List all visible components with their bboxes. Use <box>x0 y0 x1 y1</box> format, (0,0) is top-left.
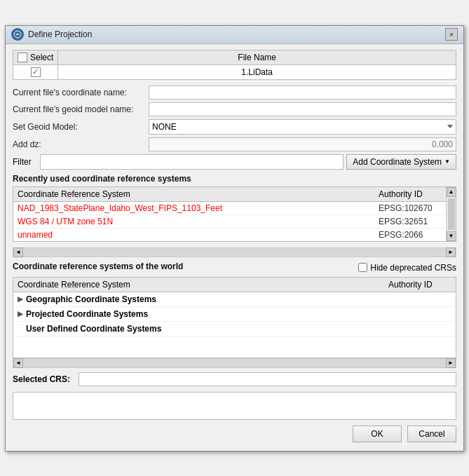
file-table: Select File Name ✓ 1.LiData <box>13 50 456 80</box>
selected-crs-label: Selected CRS: <box>13 374 76 384</box>
add-dz-input[interactable] <box>149 137 456 151</box>
geoid-model-select[interactable]: NONE <box>149 119 456 135</box>
geo-crs-item: ▶ Geographic Coordinate Systems <box>18 294 451 304</box>
crs-auth: EPSG:32651 <box>379 217 442 226</box>
geoid-name-row: Current file's geoid model name: <box>13 102 456 116</box>
geoid-model-label: Set Geoid Model: <box>13 122 146 132</box>
row-checkbox[interactable]: ✓ <box>31 67 41 77</box>
table-row: ✓ 1.LiData <box>13 64 456 79</box>
auth-col-header: Authority ID <box>379 189 442 199</box>
crs-auth: EPSG:2066 <box>379 230 442 240</box>
coord-name-row: Current file's coordinate name: <box>13 86 456 100</box>
list-item[interactable]: ▶ Geographic Coordinate Systems <box>13 292 456 307</box>
recently-list-header: Coordinate Reference System Authority ID <box>13 187 446 202</box>
row-filename: 1.LiData <box>58 64 456 79</box>
list-item[interactable]: ▶ Projected Coordinate Systems <box>13 307 456 322</box>
dialog-content: Select File Name ✓ 1.LiData <box>6 44 463 451</box>
scroll-down-button[interactable]: ▼ <box>447 231 456 241</box>
world-hscroll-right-button[interactable]: ► <box>446 358 456 368</box>
world-auth-col-header: Authority ID <box>388 280 451 290</box>
recently-used-header: Recently used coordinate reference syste… <box>13 174 456 184</box>
world-hscroll-track <box>23 359 446 367</box>
hscroll-left-button[interactable]: ◄ <box>13 247 23 257</box>
geoid-model-row: Set Geoid Model: NONE <box>13 119 456 135</box>
title-bar-left: Define Projection <box>11 28 92 41</box>
coord-name-input[interactable] <box>149 86 456 100</box>
world-crs-header-row: Coordinate reference systems of the worl… <box>13 261 456 274</box>
add-dz-label: Add dz: <box>13 140 146 149</box>
crs-name: NAD_1983_StatePlane_Idaho_West_FIPS_1103… <box>18 203 379 213</box>
user-crs-item: ▶ User Defined Coordinate Systems <box>18 324 451 334</box>
dropdown-arrow-icon: ▼ <box>444 158 450 165</box>
cancel-button[interactable]: Cancel <box>407 426 456 442</box>
filter-row: Filter Add Coordinate System ▼ <box>13 154 456 170</box>
crs-name: unnamed <box>18 230 379 240</box>
world-crs-col-header: Coordinate Reference System <box>18 280 388 290</box>
geoid-name-label: Current file's geoid model name: <box>13 104 146 114</box>
world-hscrollbar[interactable]: ◄ ► <box>13 358 456 368</box>
expand-arrow-icon[interactable]: ▶ <box>18 310 23 318</box>
recently-scrollbar: ▲ ▼ <box>446 187 456 241</box>
expand-arrow-icon[interactable]: ▶ <box>18 295 23 303</box>
col-filename-header: File Name <box>58 50 456 64</box>
row-checkbox-cell[interactable]: ✓ <box>13 64 58 79</box>
select-all-checkbox[interactable] <box>18 53 27 62</box>
coord-name-label: Current file's coordinate name: <box>13 88 146 97</box>
list-item[interactable]: unnamed EPSG:2066 <box>13 229 446 241</box>
hscroll-right-button[interactable]: ► <box>446 247 456 257</box>
recently-used-list: Coordinate Reference System Authority ID… <box>13 186 456 242</box>
world-crs-list: Coordinate Reference System Authority ID… <box>13 277 456 358</box>
filter-label: Filter <box>13 157 37 167</box>
app-icon <box>11 28 24 41</box>
empty-space <box>13 336 456 358</box>
col-select-header: Select <box>13 50 58 64</box>
selected-crs-row: Selected CRS: <box>13 372 456 386</box>
dialog-title: Define Projection <box>28 29 92 39</box>
scrollbar-thumb <box>448 198 455 230</box>
add-crs-button[interactable]: Add Coordinate System ▼ <box>346 154 456 170</box>
list-item[interactable]: NAD_1983_StatePlane_Idaho_West_FIPS_1103… <box>13 202 446 215</box>
recently-list-inner: Coordinate Reference System Authority ID… <box>13 187 456 241</box>
proj-crs-item: ▶ Projected Coordinate Systems <box>18 309 451 319</box>
title-bar: Define Projection × <box>6 26 463 44</box>
button-row: OK Cancel <box>13 426 456 445</box>
hide-deprecated-row: Hide deprecated CRSs <box>358 263 456 273</box>
crs-name: WGS 84 / UTM zone 51N <box>18 217 379 226</box>
world-crs-header: Coordinate reference systems of the worl… <box>13 261 183 271</box>
crs-auth: EPSG:102670 <box>379 203 442 213</box>
hide-deprecated-label: Hide deprecated CRSs <box>370 263 456 273</box>
crs-col-header: Coordinate Reference System <box>18 189 379 199</box>
hscroll-track <box>23 248 446 257</box>
world-hscroll-left-button[interactable]: ◄ <box>13 358 23 368</box>
selected-crs-input[interactable] <box>79 372 456 386</box>
add-dz-row: Add dz: <box>13 137 456 151</box>
ok-button[interactable]: OK <box>353 426 402 442</box>
filter-input[interactable] <box>40 154 344 170</box>
geoid-name-input[interactable] <box>149 102 456 116</box>
world-list-header: Coordinate Reference System Authority ID <box>13 278 456 292</box>
recently-hscrollbar[interactable]: ◄ ► <box>13 247 456 257</box>
hide-deprecated-checkbox[interactable] <box>358 263 367 272</box>
list-item[interactable]: ▶ User Defined Coordinate Systems <box>13 322 456 336</box>
close-button[interactable]: × <box>445 28 458 41</box>
crs-description-area <box>13 392 456 420</box>
scroll-up-button[interactable]: ▲ <box>447 187 456 197</box>
define-projection-dialog: Define Projection × Select File Name <box>5 25 464 451</box>
list-item[interactable]: WGS 84 / UTM zone 51N EPSG:32651 <box>13 215 446 229</box>
